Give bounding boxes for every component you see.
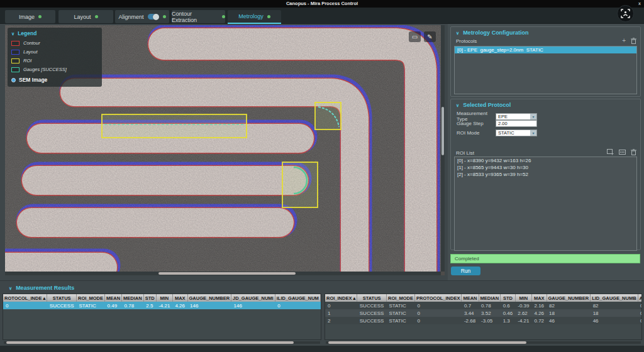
table-cell: 0 (414, 309, 461, 317)
table-cell: -0.39 (515, 302, 531, 309)
tab-alignment[interactable]: Alignment (115, 10, 169, 23)
column-header[interactable]: ROTOCOL_INDE ▴ (3, 294, 47, 302)
status-dot (222, 15, 225, 18)
legend-item-label: Contour (23, 40, 40, 46)
column-header[interactable]: MIN (515, 294, 531, 302)
column-header[interactable]: STD (501, 294, 516, 302)
column-header[interactable]: ROI_MODE (77, 294, 105, 302)
table-cell: 0 (325, 302, 357, 309)
table-cell: 146 (187, 302, 231, 309)
protocols-label: Protocols (456, 38, 477, 44)
legend-header[interactable]: ∨Legend (11, 30, 98, 36)
tab-bar: Image Layout Alignment Contour Extractio… (0, 8, 644, 24)
legend-color-chip (11, 50, 19, 55)
pencil-tool-button[interactable]: ✎ (424, 31, 436, 42)
table-cell: 0.7 (462, 302, 479, 309)
column-header[interactable]: ALID (638, 294, 642, 302)
window-bottom-strip (0, 346, 644, 352)
tab-metrology[interactable]: Metrology (228, 10, 281, 24)
capture-button[interactable] (617, 5, 634, 22)
measurement-results-header[interactable]: ∨Measurement Results (9, 285, 74, 291)
table-row[interactable]: 2SUCCESSSTATIC0-2.68-3.051.3-4.210.72464… (325, 317, 642, 324)
table-horizontal-scrollbar[interactable] (326, 341, 641, 344)
legend-item-label: Gauges [SUCCESS] (23, 67, 67, 72)
add-protocol-icon[interactable]: + (622, 38, 626, 44)
table-cell: -2.68 (462, 317, 479, 324)
column-header[interactable]: STD (143, 294, 156, 302)
sem-viewer[interactable]: ∨Legend Contour Layout ROI Gauges [SUCCE… (5, 25, 445, 275)
table-row[interactable]: 0SUCCESSSTATIC0.490.782.5-4.214.26146146… (3, 302, 321, 309)
column-header[interactable]: PROTOCOL_INDEX (414, 294, 461, 302)
column-header[interactable]: ROI_INDEX ▴ (325, 294, 357, 302)
table-cell: 3.52 (479, 309, 501, 317)
close-icon[interactable]: x (638, 0, 641, 7)
run-button[interactable]: Run (451, 267, 480, 275)
column-header[interactable]: ROI_MODE (386, 294, 414, 302)
edit-roi-icon[interactable] (619, 149, 626, 155)
alignment-toggle[interactable] (148, 14, 159, 19)
column-header[interactable]: iLID_GAUGE_NUM (275, 294, 320, 302)
table-cell: SUCCESS (357, 309, 387, 317)
protocols-list[interactable]: [0] - EPE gauge_step=2.0nm STATIC (454, 46, 637, 94)
tab-contour-extraction[interactable]: Contour Extraction (172, 10, 225, 23)
app-window: Canopus - Mira Process Control x Image L… (0, 0, 644, 352)
table-horizontal-scrollbar[interactable] (4, 341, 320, 344)
table-cell: 82 (547, 302, 591, 309)
legend-color-chip (11, 67, 19, 72)
table-cell: 2 (325, 317, 357, 324)
chevron-down-icon: ∨ (9, 286, 12, 290)
column-header[interactable]: LID_GAUGE_NUMB (591, 294, 638, 302)
table-cell: -4.21 (156, 302, 172, 309)
legend-item: ROI (11, 57, 98, 64)
column-header[interactable]: STATUS (357, 294, 387, 302)
column-header[interactable]: MAX (531, 294, 547, 302)
roi-list[interactable]: [0] - x=8390 y=9432 w=163 h=26[1] - x=85… (454, 157, 637, 251)
metrology-configuration-header[interactable]: ∨Metrology Configuration (451, 27, 640, 38)
table-cell: 0 (638, 309, 642, 317)
column-header[interactable]: GAUGE_NUMBER (547, 294, 591, 302)
table-cell: 0 (414, 302, 461, 309)
table-cell: 0.49 (105, 302, 122, 309)
delete-roi-icon[interactable] (631, 149, 636, 155)
scrollbar-thumb[interactable] (441, 107, 444, 155)
protocol-list-item[interactable]: [0] - EPE gauge_step=2.0nm STATIC (455, 47, 636, 53)
selected-protocol-header[interactable]: ∨Selected Protocol (451, 99, 640, 110)
tab-layout[interactable]: Layout (58, 10, 113, 23)
roi-list-item[interactable]: [2] - x=8533 y=9365 w=39 h=52 (455, 171, 636, 178)
scrollbar-thumb[interactable] (158, 272, 296, 275)
column-header[interactable]: MEAN (105, 294, 122, 302)
roi-results-table[interactable]: ROI_INDEX ▴STATUSROI_MODEPROTOCOL_INDEXM… (325, 294, 642, 340)
tab-image[interactable]: Image (5, 10, 55, 23)
column-header[interactable]: MAX (172, 294, 187, 302)
legend-panel: ∨Legend Contour Layout ROI Gauges [SUCCE… (8, 28, 102, 87)
table-cell: 0.72 (531, 317, 547, 324)
column-header[interactable]: STATUS (47, 294, 77, 302)
column-header[interactable]: MIN (156, 294, 172, 302)
table-cell: 46 (591, 317, 638, 324)
table-row[interactable]: 1SUCCESSSTATIC03.443.520.462.624.2618180 (325, 309, 642, 317)
scrollbar-thumb[interactable] (328, 341, 526, 344)
tab-label: Layout (74, 14, 91, 20)
viewer-vertical-scrollbar[interactable] (441, 25, 445, 272)
viewer-horizontal-scrollbar[interactable] (5, 272, 441, 275)
table-cell: -3.05 (479, 317, 501, 324)
table-cell: SUCCESS (47, 302, 77, 309)
rect-tool-button[interactable]: ▭ (409, 31, 421, 42)
column-header[interactable]: JD_GAUGE_NUMI (231, 294, 275, 302)
roi-list-item[interactable]: [1] - x=8565 y=9443 w=30 h=30 (455, 164, 636, 171)
delete-protocol-icon[interactable] (631, 38, 636, 44)
protocol-results-table[interactable]: ROTOCOL_INDE ▴STATUSROI_MODEMEANMEDIANST… (3, 294, 321, 340)
add-roi-icon[interactable] (607, 149, 614, 155)
legend-sem-image-row[interactable]: SEM Image (11, 77, 98, 83)
column-header[interactable]: A (320, 294, 321, 302)
table-row[interactable]: 0SUCCESSSTATIC00.70.780.6-0.392.1682820 (325, 302, 642, 309)
column-header[interactable]: MEDIAN (479, 294, 501, 302)
table-cell: SUCCESS (357, 317, 387, 324)
scrollbar-thumb[interactable] (6, 341, 294, 344)
tab-label: Alignment (118, 14, 143, 20)
roi-list-label: ROI List (456, 150, 474, 156)
legend-item: Layout (11, 48, 98, 55)
column-header[interactable]: GAUGE_NUMBER (187, 294, 231, 302)
column-header[interactable]: MEDIAN (122, 294, 144, 302)
column-header[interactable]: MEAN (462, 294, 479, 302)
